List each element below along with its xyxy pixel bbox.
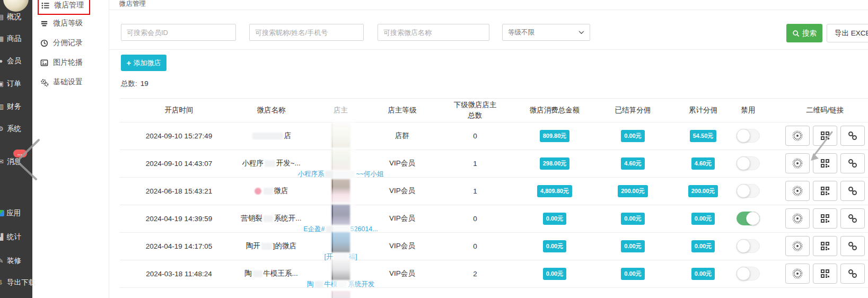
sidebar-item-overview[interactable]: ▤概况	[0, 12, 21, 22]
nickname-search-input[interactable]	[249, 24, 364, 41]
store-name-text: 开发~...	[276, 159, 301, 167]
settled-commission-badge: 0.00元	[621, 130, 644, 142]
owner-name-link[interactable]: 陶牛模系统开发	[307, 281, 375, 288]
total-count-label: 总数:	[121, 80, 137, 87]
miniprogram-code-button[interactable]	[785, 181, 810, 201]
owner-name-link[interactable]: 小程序系~~何小姐	[297, 171, 383, 178]
chevron-down-icon	[578, 31, 584, 34]
sidebar-item-label: 概况	[7, 12, 21, 22]
miniprogram-code-button[interactable]	[785, 264, 810, 284]
consume-total-cell: 4,809.80元	[523, 177, 586, 205]
link-button[interactable]	[840, 126, 865, 146]
sidebar-item-image-carousel[interactable]: 图片轮播	[38, 53, 90, 72]
sidebar-item-basic-settings[interactable]: 基础设置	[38, 73, 90, 92]
qrcode-button[interactable]	[813, 208, 837, 229]
consume-total-cell: 298.00元	[523, 150, 586, 177]
qrcode-button[interactable]	[813, 236, 837, 256]
export-excel-button[interactable]: 导出 EXCEL	[827, 24, 868, 42]
owner-avatar-image[interactable]	[331, 291, 350, 298]
sidebar-item-store-level[interactable]: 微店等级	[38, 14, 90, 33]
miniprogram-code-icon	[792, 213, 803, 224]
sub-store-count-cell: 1	[427, 177, 523, 205]
owner-info	[304, 178, 377, 205]
miniprogram-code-button[interactable]	[785, 236, 810, 256]
sidebar-item-system[interactable]: ⚙系统	[0, 124, 21, 134]
sidebar-item-orders[interactable]: ▣订单	[0, 78, 21, 89]
disable-toggle[interactable]	[737, 129, 760, 143]
total-commission-cell: 0.00元	[679, 205, 727, 232]
section-divider	[109, 49, 868, 50]
link-button[interactable]	[840, 181, 865, 201]
consume-total-badge: 0.00元	[543, 268, 566, 280]
qrcode-button[interactable]	[813, 181, 837, 201]
sidebar-item-messages[interactable]: ✉消息…	[0, 156, 21, 167]
store-name-text: 陶开	[246, 242, 260, 250]
main-content: 微店管理 等级不限 搜索 导出 EXCEL 添加微店 总数:19 开店时间微店名…	[109, 0, 868, 298]
empty-cell	[769, 287, 868, 298]
total-commission-badge: 200.00元	[688, 185, 718, 197]
qr-link-cell	[769, 150, 868, 177]
store-thumb-dot	[255, 188, 261, 195]
owner-cell	[304, 177, 377, 205]
owner-avatar-image[interactable]	[331, 232, 350, 253]
table-row: 2024-09-10 15:27:49店店群0809.80元0.00元54.50…	[120, 122, 868, 150]
owner-avatar-image[interactable]	[331, 259, 350, 281]
owner-avatar-image[interactable]	[331, 149, 350, 170]
level-filter-value: 等级不限	[508, 28, 534, 37]
column-header-total-commission: 累计分佣	[679, 99, 727, 122]
sidebar-item-label: 图片轮播	[53, 58, 83, 67]
miniprogram-code-icon	[792, 268, 803, 279]
store-name-search-input[interactable]	[378, 24, 489, 41]
owner-info: E企盈#526014...	[304, 205, 377, 232]
consume-total-cell: 0.00元	[523, 260, 586, 287]
disable-toggle[interactable]	[737, 156, 760, 170]
link-button[interactable]	[840, 264, 865, 284]
miniprogram-code-button[interactable]	[785, 126, 810, 146]
sidebar-item-stats[interactable]: ▟统计	[0, 232, 21, 242]
member-id-search-input[interactable]	[121, 24, 236, 41]
qrcode-icon	[820, 241, 830, 251]
disable-cell	[727, 260, 769, 287]
sidebar-item-label: 订单	[7, 79, 21, 89]
sidebar-item-members[interactable]: ●会员	[0, 56, 21, 66]
sidebar-item-store-manage[interactable]: 微店管理	[38, 0, 90, 15]
qrcode-icon	[820, 186, 830, 196]
sidebar-item-apps[interactable]: 应用	[0, 208, 21, 218]
miniprogram-code-button[interactable]	[785, 208, 810, 229]
table-row: 2024-04-19 14:39:59营销裂系统开...E企盈#526014..…	[120, 205, 868, 232]
qrcode-button[interactable]	[813, 126, 837, 146]
user-avatar[interactable]	[3, 0, 29, 12]
level-filter-select[interactable]: 等级不限	[502, 24, 590, 41]
sidebar-item-decorate[interactable]: ✎装修	[0, 256, 21, 266]
qrcode-button[interactable]	[813, 153, 837, 173]
disable-toggle[interactable]	[737, 239, 760, 253]
message-count-badge: …	[13, 150, 27, 157]
disable-toggle[interactable]	[737, 267, 760, 281]
sidebar-item-export-download[interactable]: ⇩导出下载	[0, 277, 36, 288]
orders-icon: ▣	[0, 80, 5, 87]
qrcode-button[interactable]	[813, 264, 837, 284]
toggle-knob	[737, 129, 750, 143]
disable-toggle[interactable]	[737, 212, 760, 225]
open-time-cell: 2024-04-19 14:17:05	[120, 232, 238, 260]
consume-total-cell: 809.80元	[523, 122, 586, 150]
store-name-text: 系统开...	[274, 214, 302, 222]
owner-avatar-image[interactable]	[331, 124, 350, 148]
owner-avatar-image[interactable]	[331, 179, 350, 203]
add-store-button[interactable]: 添加微店	[121, 55, 166, 71]
search-button[interactable]: 搜索	[786, 24, 822, 42]
sidebar-item-commission-record[interactable]: 分佣记录	[38, 33, 90, 52]
link-button[interactable]	[840, 208, 865, 229]
link-button[interactable]	[840, 153, 865, 173]
miniprogram-code-button[interactable]	[785, 153, 810, 173]
sidebar-item-products[interactable]: ▦商品	[0, 33, 21, 44]
owner-cell: E企盈#526014...	[304, 205, 377, 232]
owner-avatar-image[interactable]	[331, 204, 350, 225]
disable-toggle[interactable]	[737, 184, 760, 198]
sidebar-item-finance[interactable]: ▥财务	[0, 101, 21, 112]
censored-blur	[261, 243, 272, 250]
consume-total-badge: 809.80元	[540, 130, 570, 142]
apps-icon	[0, 210, 4, 216]
link-icon	[847, 213, 858, 224]
link-button[interactable]	[840, 236, 865, 256]
